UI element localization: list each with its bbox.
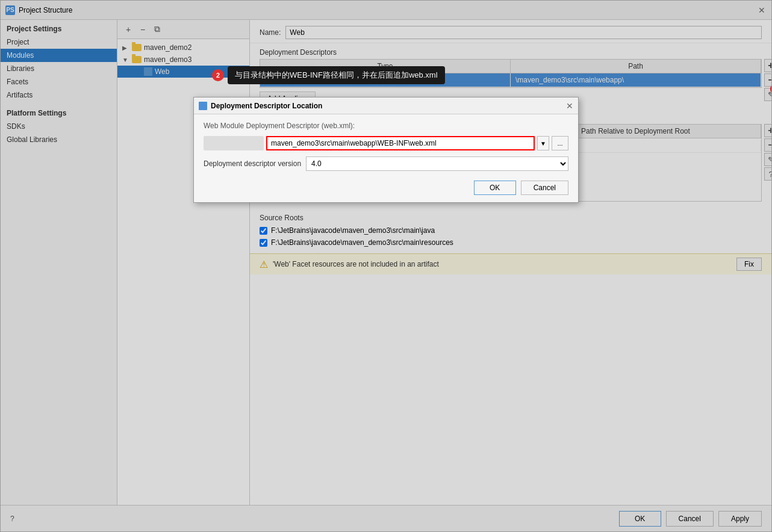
dialog-path-browse[interactable]: ...	[552, 136, 568, 150]
dialog-path-row: ▼ ...	[204, 136, 568, 150]
dialog-cancel-button[interactable]: Cancel	[521, 181, 568, 195]
deployment-descriptor-dialog: Deployment Descriptor Location ✕ Web Mod…	[193, 97, 579, 203]
dialog-version-select[interactable]: 4.0	[306, 156, 568, 171]
dialog-title: Deployment Descriptor Location	[199, 102, 322, 110]
dialog-path-blurred	[204, 136, 264, 150]
dialog-title-bar: Deployment Descriptor Location ✕	[194, 97, 578, 114]
dialog-icon	[199, 102, 207, 110]
dialog-description: Web Module Deployment Descriptor (web.xm…	[204, 122, 568, 130]
dialog-path-input[interactable]	[266, 136, 535, 150]
annotation-2-area: 2 与目录结构中的WEB-INF路径相同，并在后面追加web.xml	[212, 66, 445, 84]
dialog-overlay: Deployment Descriptor Location ✕ Web Mod…	[1, 1, 771, 531]
dialog-close-button[interactable]: ✕	[566, 101, 573, 111]
dialog-version-row: Deployment descriptor version 4.0	[204, 156, 568, 171]
dialog-body: Web Module Deployment Descriptor (web.xm…	[194, 114, 578, 202]
dialog-ok-button[interactable]: OK	[474, 181, 516, 195]
dialog-buttons: OK Cancel	[204, 181, 568, 195]
annotation-2-box: 与目录结构中的WEB-INF路径相同，并在后面追加web.xml	[228, 66, 445, 84]
dialog-path-dropdown[interactable]: ▼	[537, 136, 549, 150]
main-window: PS Project Structure ✕ Project Settings …	[0, 0, 772, 532]
annotation-2-circle: 2	[212, 69, 224, 81]
dialog-version-label: Deployment descriptor version	[204, 159, 301, 168]
